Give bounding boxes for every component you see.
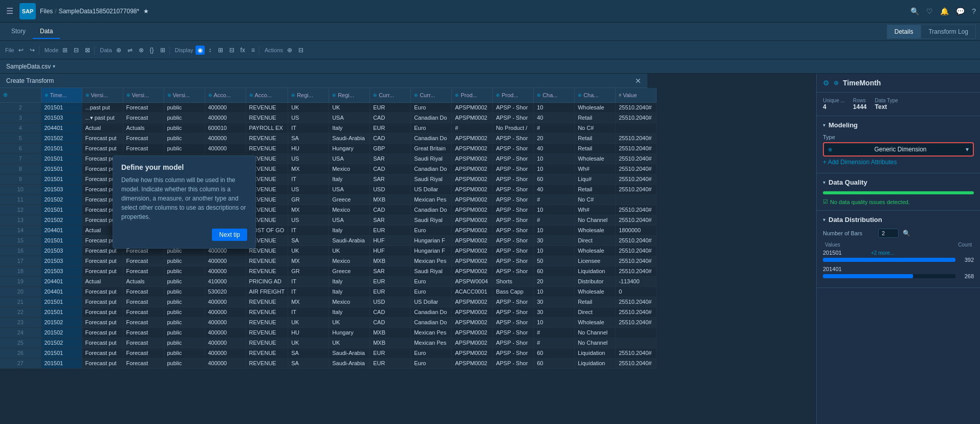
table-row[interactable]: 7201501Forecast putForecastpublic400000R… xyxy=(0,153,657,164)
add-dimension-attributes-button[interactable]: + Add Dimension Attributes xyxy=(823,157,897,168)
table-cell: Mexican Pes xyxy=(411,256,452,266)
table-row[interactable]: 15201501Forecast putForecastpublic400000… xyxy=(0,235,657,246)
redo-button[interactable]: ↪ xyxy=(28,46,37,55)
table-cell: REVENUE xyxy=(246,358,288,368)
table-cell: 201501 xyxy=(41,102,82,113)
table-row[interactable]: 13201502Forecast putForecastpublic400000… xyxy=(0,215,657,225)
table-cell: MX xyxy=(288,297,329,307)
table-row[interactable]: 21201501Forecast putForecastpublic400000… xyxy=(0,297,657,307)
details-button[interactable]: Details xyxy=(887,25,921,39)
table-cell: APSP - Shor xyxy=(493,205,534,215)
col-header-product2[interactable]: ⊕Prod... xyxy=(493,88,534,102)
transform-log-button[interactable]: Transform Log xyxy=(921,25,976,39)
mode-btn-3[interactable]: ⊠ xyxy=(83,46,92,55)
col-header-version1[interactable]: ⊕Versi... xyxy=(82,88,123,102)
table-row[interactable]: 5201502Forecast putForecastpublic400000R… xyxy=(0,133,657,143)
col-header-account2[interactable]: ⊕Acco... xyxy=(246,88,288,102)
message-icon[interactable]: 💬 xyxy=(956,7,965,15)
col-header-value[interactable]: #Value xyxy=(616,88,657,102)
filter-icon[interactable]: ⊕ xyxy=(3,92,8,98)
modeling-chevron-icon[interactable]: ▾ xyxy=(823,122,825,128)
create-transform-close[interactable]: ✕ xyxy=(635,77,641,85)
dq-chevron-icon[interactable]: ▾ xyxy=(823,180,825,185)
settings-icon[interactable]: ⚙ xyxy=(823,79,830,87)
dd-chevron-icon[interactable]: ▾ xyxy=(823,217,825,222)
table-cell: 25510.2040# xyxy=(616,143,657,153)
table-row[interactable]: 14204401ActualActualspublic500000COST OF… xyxy=(0,225,657,235)
table-row[interactable]: 6201501Forecast putForecastpublic400000R… xyxy=(0,143,657,153)
undo-button[interactable]: ↩ xyxy=(16,46,26,55)
display-btn-5[interactable]: ≡ xyxy=(249,46,257,55)
next-tip-button[interactable]: Next tip xyxy=(212,229,247,241)
num-bars-input[interactable] xyxy=(878,229,899,238)
table-row[interactable]: 12201501Forecast putForecastpublic400000… xyxy=(0,205,657,215)
table-cell: SA xyxy=(288,348,329,358)
col-header-currency2[interactable]: ⊕Curr... xyxy=(411,88,452,102)
table-cell: public xyxy=(164,286,205,297)
col-header-currency1[interactable]: ⊕Curr... xyxy=(370,88,411,102)
hamburger-icon[interactable]: ☰ xyxy=(4,4,15,18)
help-icon[interactable]: ? xyxy=(972,7,976,15)
table-cell: Forecast put xyxy=(82,266,123,276)
type-select[interactable]: ⊕ Generic Dimension ▾ xyxy=(823,142,974,157)
panel-title: TimeMonth xyxy=(843,79,974,87)
modeling-section: ▾ Modeling Type ⊕ Generic Dimension ▾ + … xyxy=(817,116,980,173)
data-btn-5[interactable]: ⊞ xyxy=(158,46,167,55)
distribution-search-icon[interactable]: 🔍 xyxy=(903,230,910,237)
table-row[interactable]: 8201501Forecast putForecastpublic400000R… xyxy=(0,164,657,174)
action-btn-2[interactable]: ⊟ xyxy=(296,46,306,55)
table-row[interactable]: 11201502Forecast putForecastpublic400000… xyxy=(0,194,657,205)
table-cell: 1800000 xyxy=(616,225,657,235)
table-row[interactable]: 3201503...▾ past putForecastpublic400000… xyxy=(0,113,657,123)
data-btn-2[interactable]: ⇌ xyxy=(125,46,135,55)
table-row[interactable]: 26201501Forecast putForecastpublic400000… xyxy=(0,348,657,358)
col-header-region1[interactable]: ⊕Regi... xyxy=(288,88,329,102)
favorite-star[interactable]: ★ xyxy=(143,8,149,15)
col-header-product1[interactable]: ⊕Prod... xyxy=(452,88,493,102)
table-row[interactable]: 23201502Forecast putForecastpublic400000… xyxy=(0,317,657,327)
formula-btn[interactable]: fx xyxy=(238,46,247,55)
table-row[interactable]: 22201501Forecast putForecastpublic400000… xyxy=(0,307,657,317)
table-row[interactable]: 27201501Forecast putForecastpublic400000… xyxy=(0,358,657,368)
mode-btn-1[interactable]: ⊞ xyxy=(60,46,70,55)
col-header-timemonth[interactable]: ⊕Time... xyxy=(41,88,82,102)
table-cell: ACACC0001 xyxy=(452,286,493,297)
grid-scroll[interactable]: ⊕ ⊕Time... ⊕Versi... ⊕Versi... ⊕Versi...… xyxy=(0,74,816,424)
table-cell: Retail xyxy=(575,133,616,143)
data-btn-4[interactable]: {} xyxy=(148,46,156,55)
search-icon[interactable]: 🔍 xyxy=(910,7,919,15)
col-header-version2[interactable]: ⊕Versi... xyxy=(123,88,164,102)
display-btn-1[interactable]: ◉ xyxy=(195,46,205,55)
data-btn-1[interactable]: ⊕ xyxy=(114,46,123,55)
table-row[interactable]: 19204401ActualActualspublic410000PRICING… xyxy=(0,276,657,286)
table-row[interactable]: 16201503Forecast putForecastpublic400000… xyxy=(0,246,657,256)
col-header-account1[interactable]: ⊕Acco... xyxy=(205,88,246,102)
bookmark-icon[interactable]: ♡ xyxy=(926,7,933,15)
display-btn-2[interactable]: ↕ xyxy=(207,46,214,55)
display-btn-4[interactable]: ⊟ xyxy=(227,46,236,55)
breadcrumb-file[interactable]: SampleData1585021077098* xyxy=(59,8,139,15)
table-cell: ...▾ past put xyxy=(82,113,123,123)
mode-btn-2[interactable]: ⊟ xyxy=(72,46,81,55)
file-caret-icon[interactable]: ▾ xyxy=(53,63,55,69)
data-tab[interactable]: Data xyxy=(33,25,60,39)
table-row[interactable]: 17201503Forecast putForecastpublic400000… xyxy=(0,256,657,266)
story-tab[interactable]: Story xyxy=(4,25,33,39)
table-row[interactable]: 25201502Forecast putForecastpublic400000… xyxy=(0,338,657,348)
table-row[interactable]: 18201503Forecast putForecastpublic400000… xyxy=(0,266,657,276)
action-btn-1[interactable]: ⊕ xyxy=(285,46,294,55)
col-header-channel2[interactable]: ⊕Cha... xyxy=(575,88,616,102)
breadcrumb-files[interactable]: Files xyxy=(40,8,53,15)
table-row[interactable]: 9201501Forecast putForecastpublic400000R… xyxy=(0,174,657,184)
data-btn-3[interactable]: ⊗ xyxy=(137,46,146,55)
table-row[interactable]: 24201502Forecast putForecastpublic400000… xyxy=(0,327,657,338)
col-header-region2[interactable]: ⊕Regi... xyxy=(329,88,370,102)
col-header-version3[interactable]: ⊕Versi... xyxy=(164,88,205,102)
display-btn-3[interactable]: ⊞ xyxy=(216,46,225,55)
table-row[interactable]: 20204401Forecast putForecastpublic530020… xyxy=(0,286,657,297)
notification-icon[interactable]: 🔔 xyxy=(940,7,949,15)
table-row[interactable]: 10201503Forecast putForecastpublic400000… xyxy=(0,184,657,194)
table-row[interactable]: 4204401ActualActualspublic600010PAYROLL … xyxy=(0,123,657,133)
col-header-channel1[interactable]: ⊕Cha... xyxy=(534,88,575,102)
table-row[interactable]: 2201501...past putForecastpublic400000RE… xyxy=(0,102,657,113)
